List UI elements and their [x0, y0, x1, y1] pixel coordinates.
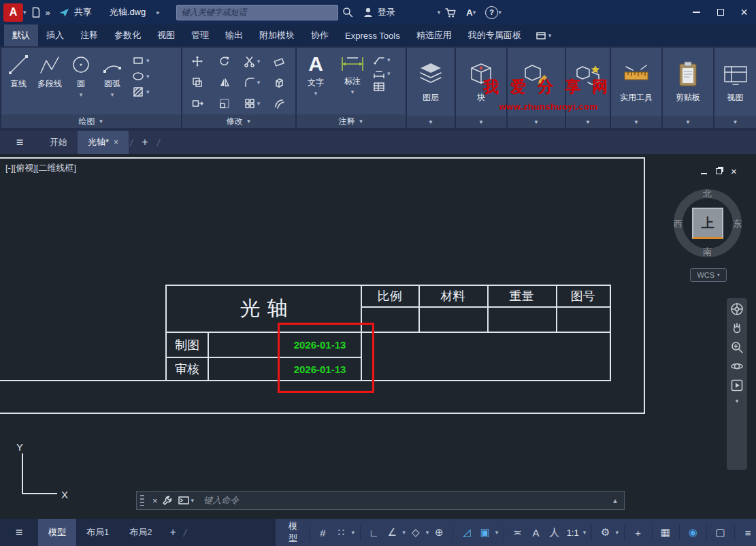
command-history-icon[interactable]: ▲ [612, 497, 619, 504]
viewport-controls[interactable]: [-][俯视][二维线框] [5, 162, 76, 174]
maximize-button[interactable] [708, 0, 732, 25]
line-tool[interactable]: 直线 [3, 49, 34, 114]
viewcube-south[interactable]: 南 [703, 246, 712, 258]
polar-toggle[interactable]: ∠ [384, 526, 400, 539]
new-layout-button[interactable]: + [162, 519, 183, 546]
navwheel-icon[interactable] [730, 302, 744, 316]
leader-tool[interactable]: ▾ [373, 54, 391, 65]
panel-label-modify[interactable]: 修改 ▼ [182, 114, 295, 128]
layout-tab-layout1[interactable]: 布局1 [76, 519, 119, 546]
panel-block-edit[interactable]: ▼ [508, 48, 565, 128]
viewcube-top-face[interactable]: 上 [692, 208, 723, 239]
autodesk-app-caret-icon[interactable]: ▾ [473, 9, 476, 16]
annotation-scale-icon[interactable]: 人 [546, 526, 563, 539]
workspace-caret-icon[interactable]: ▾ [616, 529, 619, 536]
panel-clipboard[interactable]: 剪贴板 ▼ [663, 48, 713, 128]
tab-manage[interactable]: 管理 [183, 25, 217, 46]
object-snap-caret-icon[interactable]: ▾ [495, 529, 499, 536]
command-line[interactable]: × ▾ 键入命令 ▲ [136, 491, 625, 510]
file-tabs-menu-icon[interactable]: ≡ [0, 131, 39, 154]
wrench-icon[interactable] [162, 495, 173, 506]
model-space-button[interactable]: 模型 [282, 520, 303, 545]
polyline-tool[interactable]: 多段线 [34, 49, 65, 114]
showmotion-icon[interactable] [730, 379, 744, 392]
tab-view[interactable]: 视图 [149, 25, 183, 46]
panel-block[interactable]: 块 ▼ [456, 48, 506, 128]
viewport-restore-icon[interactable] [716, 165, 722, 177]
annotation-autoscale-toggle[interactable]: A [528, 527, 544, 539]
offset-tool[interactable] [273, 97, 285, 110]
hatch-tool[interactable]: ▾ [132, 86, 150, 98]
app-logo[interactable]: A [3, 3, 23, 22]
navbar-caret-icon[interactable]: ▾ [736, 398, 739, 404]
panel-label-annotate[interactable]: 注释 ▼ [297, 114, 406, 128]
panel-group[interactable]: ▼ [566, 48, 610, 128]
annotation-scale-value[interactable]: 1:1 [565, 528, 581, 538]
tab-parametric[interactable]: 参数化 [106, 25, 149, 46]
cart-icon[interactable] [444, 7, 457, 18]
command-options-button[interactable]: ▾ [178, 496, 195, 504]
isodraft-caret-icon[interactable]: ▾ [426, 529, 429, 536]
dimstyle-tool[interactable]: ▾ [373, 69, 391, 78]
orbit-icon[interactable] [730, 359, 744, 373]
mirror-tool[interactable] [218, 76, 231, 89]
isolate-objects-toggle[interactable]: ◉ [685, 526, 701, 539]
rotate-tool[interactable] [218, 55, 231, 67]
panel-utilities-expand[interactable]: ▼ [611, 116, 661, 128]
account-caret-icon[interactable]: ▾ [438, 9, 441, 16]
document-icon[interactable] [31, 7, 42, 18]
panel-block-edit-expand[interactable]: ▼ [508, 116, 565, 128]
file-tab-start[interactable]: 开始 [39, 131, 78, 154]
panel-layers[interactable]: 图层 ▼ [407, 48, 455, 128]
wcs-menu[interactable]: WCS ▾ [690, 268, 727, 282]
minimize-button[interactable] [685, 0, 708, 25]
layout-tab-model[interactable]: 模型 [38, 519, 76, 546]
zoom-icon[interactable] [730, 340, 744, 354]
search-scope-caret-icon[interactable]: ▸ [157, 9, 160, 16]
command-input[interactable]: 键入命令 [203, 494, 239, 507]
crosshair-toggle[interactable]: + [630, 527, 646, 539]
clean-screen-toggle[interactable]: ▦ [657, 526, 674, 539]
command-line-grip[interactable] [140, 495, 144, 506]
toolbar-expand-icon[interactable]: » [46, 7, 50, 18]
explode-tool[interactable] [273, 76, 285, 89]
workspace-gear-icon[interactable]: ⚙ [597, 526, 614, 539]
file-tab-close-icon[interactable]: × [114, 138, 118, 147]
dimension-tool[interactable]: 标注 ▾ [333, 49, 372, 114]
tab-default[interactable]: 默认 [4, 25, 38, 46]
close-button[interactable]: × [732, 0, 756, 25]
arc-tool[interactable]: 圆弧 ▾ [97, 49, 128, 114]
new-drawing-button[interactable]: + [134, 131, 155, 154]
array-tool[interactable]: ▾ [244, 97, 261, 110]
layout-menu-icon[interactable]: ≡ [0, 519, 38, 546]
login-button[interactable]: 登录 [378, 6, 395, 18]
panel-utilities[interactable]: 实用工具 ▼ [611, 48, 661, 128]
panel-view[interactable]: 视图 ▼ [714, 48, 756, 128]
move-tool[interactable] [191, 55, 203, 67]
command-close-icon[interactable]: × [152, 496, 158, 506]
fullscreen-toggle[interactable]: ▢ [712, 526, 729, 539]
tab-express-tools[interactable]: Express Tools [337, 25, 408, 46]
search-input[interactable] [176, 5, 338, 20]
grid-toggle[interactable]: # [314, 527, 331, 539]
annotation-visibility-toggle[interactable]: ≍ [510, 526, 526, 539]
viewport-close-icon[interactable]: × [731, 165, 737, 177]
erase-tool[interactable] [273, 55, 285, 67]
tab-collaborate[interactable]: 协作 [303, 25, 337, 46]
snap-caret-icon[interactable]: ▾ [351, 529, 355, 536]
customize-statusbar-icon[interactable]: ≡ [740, 527, 756, 539]
stretch-tool[interactable] [191, 97, 203, 110]
circle-tool[interactable]: 圆 ▾ [65, 49, 97, 114]
pan-icon[interactable] [730, 321, 744, 335]
share-button[interactable]: 共享 [74, 6, 92, 18]
tab-insert[interactable]: 插入 [38, 25, 72, 46]
panel-view-expand[interactable]: ▼ [714, 116, 756, 128]
snap-toggle[interactable]: ∷ [333, 526, 349, 539]
object-snap-toggle[interactable]: ▣ [477, 526, 493, 539]
osnap-tracking-toggle[interactable]: ⊕ [431, 526, 447, 539]
tab-my-panel[interactable]: 我的专属面板 [460, 25, 529, 46]
copy-tool[interactable] [191, 76, 203, 89]
panel-label-draw[interactable]: 绘图 ▼ [1, 114, 181, 128]
help-icon[interactable]: ? [485, 6, 498, 19]
panel-group-expand[interactable]: ▼ [566, 116, 610, 128]
